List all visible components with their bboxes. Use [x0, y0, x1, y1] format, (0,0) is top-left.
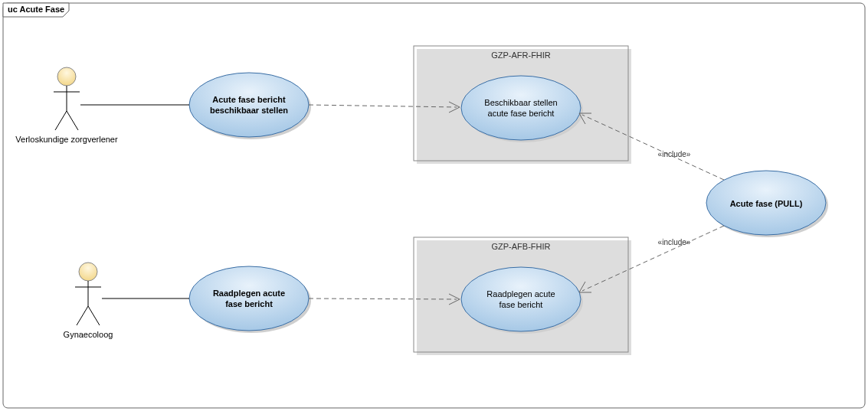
svg-point-0 — [57, 67, 76, 86]
boundary-b2-label: GZP-AFB-FHIR — [492, 242, 551, 251]
usecase-uc3-l2: fase bericht — [225, 299, 273, 308]
usecase-diagram: uc Acute Fase Verloskundige zorgverlener… — [0, 0, 868, 411]
svg-point-5 — [79, 263, 97, 281]
svg-point-11 — [189, 73, 309, 137]
usecase-uc2-l1: Beschikbaar stellen — [484, 98, 557, 107]
include-label-bottom: «include» — [658, 238, 691, 246]
usecase-uc1-l1: Acute fase bericht — [212, 95, 286, 104]
usecase-uc5-l1: Acute fase (PULL) — [730, 199, 803, 208]
diagram-title: uc Acute Fase — [8, 5, 64, 14]
svg-point-21 — [461, 267, 581, 331]
actor-gynaecoloog-label: Gynaecoloog — [64, 330, 113, 339]
usecase-uc2-l2: acute fase bericht — [488, 109, 555, 118]
svg-line-3 — [55, 111, 67, 130]
usecase-uc1-l2: beschikbaar stellen — [210, 106, 288, 115]
svg-line-8 — [77, 306, 88, 325]
usecase-uc4-l1: Raadplegen acute — [486, 289, 555, 298]
svg-point-17 — [189, 266, 309, 331]
actor-verloskundige-label: Verloskundige zorgverlener — [15, 135, 118, 144]
svg-line-9 — [88, 306, 100, 325]
svg-line-4 — [67, 111, 78, 130]
boundary-b1-label: GZP-AFR-FHIR — [491, 51, 551, 60]
usecase-raadplegen-acute-fase-bericht-outer: Raadplegen acute fase bericht — [189, 266, 311, 333]
usecase-uc3-l1: Raadplegen acute — [213, 289, 285, 298]
include-label-top: «include» — [658, 150, 691, 158]
usecase-acute-fase-bericht-beschikbaar-stellen: Acute fase bericht beschikbaar stellen — [189, 73, 311, 139]
actor-verloskundige: Verloskundige zorgverlener — [15, 67, 118, 144]
actor-gynaecoloog: Gynaecoloog — [64, 263, 113, 339]
usecase-acute-fase-pull: Acute fase (PULL) — [706, 171, 828, 237]
usecase-uc4-l2: fase bericht — [500, 300, 543, 309]
svg-point-15 — [461, 76, 581, 140]
